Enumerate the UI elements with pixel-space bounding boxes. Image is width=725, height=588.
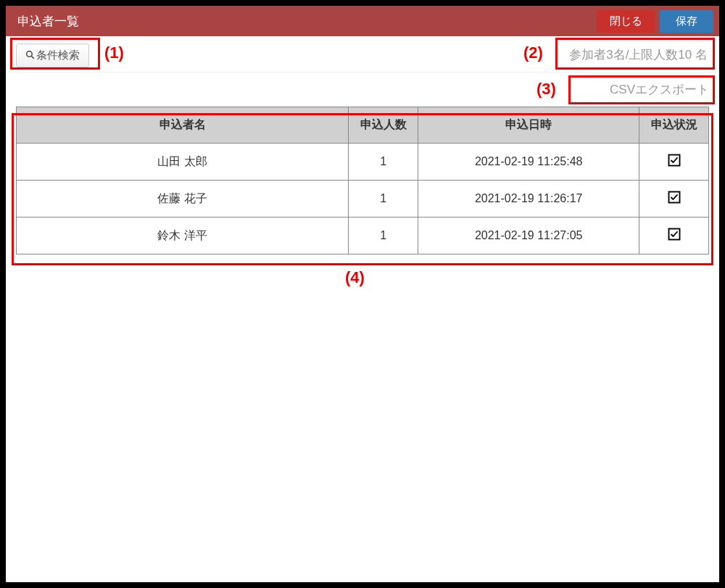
page-title: 申込者一覧 <box>17 13 79 30</box>
cell-name: 佐藤 花子 <box>17 181 349 218</box>
checked-box-icon[interactable] <box>668 154 681 167</box>
search-wrap: 条件検索 <box>16 44 89 67</box>
checked-box-icon[interactable] <box>668 228 681 241</box>
svg-line-1 <box>31 56 34 59</box>
save-button[interactable]: 保存 <box>660 10 713 33</box>
header-buttons: 閉じる 保存 <box>597 10 713 33</box>
search-button[interactable]: 条件検索 <box>16 44 89 67</box>
participant-count: 参加者3名/上限人数10 名 <box>569 44 709 63</box>
table-row: 佐藤 花子12021-02-19 11:26:17 <box>17 181 709 218</box>
cell-num: 1 <box>349 144 418 181</box>
search-icon <box>25 49 35 62</box>
applicant-table: 申込者名 申込人数 申込日時 申込状況 山田 太郎12021-02-19 11:… <box>16 107 709 254</box>
toolbar-row: 条件検索 参加者3名/上限人数10 名 <box>6 36 719 73</box>
th-date: 申込日時 <box>418 107 639 144</box>
cell-status <box>639 181 709 218</box>
header-bar: 申込者一覧 閉じる 保存 <box>6 6 719 36</box>
cell-status <box>639 144 709 181</box>
search-button-label: 条件検索 <box>36 49 80 62</box>
cell-num: 1 <box>349 181 418 218</box>
table-row: 山田 太郎12021-02-19 11:25:48 <box>17 144 709 181</box>
cell-status <box>639 218 709 254</box>
th-num: 申込人数 <box>349 107 418 144</box>
cell-num: 1 <box>349 218 418 254</box>
table-wrap: 申込者名 申込人数 申込日時 申込状況 山田 太郎12021-02-19 11:… <box>6 102 719 254</box>
cell-date: 2021-02-19 11:26:17 <box>418 181 639 218</box>
cell-name: 鈴木 洋平 <box>17 218 349 254</box>
cell-date: 2021-02-19 11:27:05 <box>418 218 639 254</box>
checked-box-icon[interactable] <box>668 191 681 204</box>
table-body: 山田 太郎12021-02-19 11:25:48佐藤 花子12021-02-1… <box>17 144 709 254</box>
table-header-row: 申込者名 申込人数 申込日時 申込状況 <box>17 107 709 144</box>
svg-point-0 <box>27 51 33 57</box>
cell-name: 山田 太郎 <box>17 144 349 181</box>
th-name: 申込者名 <box>17 107 349 144</box>
annotation-label-4: (4) <box>345 268 365 287</box>
table-row: 鈴木 洋平12021-02-19 11:27:05 <box>17 218 709 254</box>
app-window: 申込者一覧 閉じる 保存 条件検索 参加者3名/上限人数10 名 CSVエクスポ… <box>0 0 725 588</box>
cell-date: 2021-02-19 11:25:48 <box>418 144 639 181</box>
csv-export-link[interactable]: CSVエクスポート <box>610 81 709 98</box>
close-button[interactable]: 閉じる <box>597 10 655 33</box>
th-status: 申込状況 <box>639 107 709 144</box>
csv-row: CSVエクスポート <box>6 73 719 102</box>
